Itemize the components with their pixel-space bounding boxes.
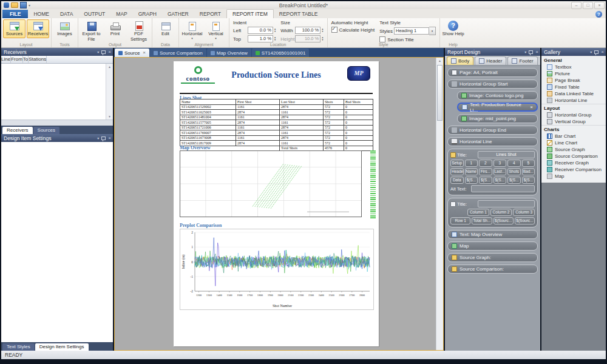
calculate-height-checkbox[interactable]: Calculate Height — [331, 27, 375, 33]
styles-dropdown-icon[interactable]: ▾ — [429, 27, 436, 35]
document-tab[interactable]: Map Overview × — [207, 49, 251, 57]
gallery-item[interactable]: Horizontal Line — [541, 97, 606, 104]
table-data-button[interactable]: $(S... — [465, 177, 478, 184]
report-viewport[interactable]: contoso Production Source Lines MP Lines… — [114, 57, 444, 351]
fixed-table-cell-button[interactable]: $(Sourc... — [493, 217, 514, 224]
scrollbar-thumb[interactable] — [437, 65, 443, 121]
design-item[interactable]: Page: A4, Portrait × — [447, 68, 538, 77]
viewport-scrollbar[interactable]: ▲ — [436, 58, 443, 350]
document-tab[interactable]: Source × — [115, 49, 149, 57]
ribbon-tab[interactable]: REPORT — [194, 10, 226, 18]
design-item[interactable]: Image: Contoso logo.png × — [457, 91, 538, 100]
scroll-up-icon[interactable]: ▲ — [436, 59, 443, 62]
fixed-table-column-button[interactable]: Column 2 — [490, 209, 512, 216]
tab-close-icon[interactable]: × — [143, 50, 146, 55]
fixed-table-column-button[interactable]: Column 3 — [513, 209, 535, 216]
design-item[interactable]: Source Comparison: × — [447, 265, 538, 274]
dock-tab[interactable]: Design Item Settings — [35, 343, 89, 351]
dock-tab[interactable]: Text Styles — [2, 343, 35, 351]
app-icon[interactable] — [4, 2, 9, 8]
fixed-table-title-field[interactable] — [478, 200, 535, 207]
ribbon-tab[interactable]: HOME — [28, 10, 55, 18]
styles-dropdown[interactable]: Heading 1 ▾ — [394, 27, 436, 35]
alt-text-field[interactable] — [471, 185, 535, 192]
receivers-scrollbar[interactable]: ▲ ▼ — [106, 64, 113, 120]
fixed-table-cell-button[interactable]: Total Sh... — [472, 217, 492, 224]
ribbon-tab[interactable]: DATA — [55, 10, 78, 18]
show-help-button[interactable]: ? Show Help — [442, 19, 464, 38]
data-linked-table-block[interactable]: Title: Lines Shot Setup12345 HeaderNameF… — [447, 149, 538, 195]
left-indent-input[interactable]: 0.0 % — [248, 27, 273, 34]
item-close-icon[interactable]: × — [530, 105, 533, 110]
pin-icon[interactable] — [101, 136, 106, 140]
column-header[interactable]: From — [11, 56, 23, 63]
design-item[interactable]: Horizontal Line × — [447, 137, 538, 146]
gallery-item[interactable]: Picture — [541, 70, 606, 77]
panel-menu-icon[interactable]: ▾ — [97, 50, 99, 54]
table-setup-button[interactable]: 2 — [479, 160, 492, 167]
panel-menu-icon[interactable]: ▾ — [97, 136, 99, 140]
vertical-button[interactable]: Vertical ▾ — [205, 19, 227, 41]
column-header[interactable]: To — [23, 56, 29, 63]
gallery-item[interactable]: Data Linked Table — [541, 90, 606, 97]
images-button[interactable]: Images — [53, 19, 76, 38]
ribbon-tab[interactable]: GATHER — [162, 10, 194, 18]
table-header-button[interactable]: Name — [465, 168, 478, 175]
ribbon-tab[interactable]: OUTPUT — [78, 10, 110, 18]
fixed-table-column-button[interactable]: Column 1 — [467, 209, 489, 216]
table-setup-button[interactable]: 4 — [507, 160, 521, 167]
table-setup-button[interactable]: 5 — [522, 160, 535, 167]
fixed-table-block[interactable]: Title: Column 1Column 2Column 3 Row 1Tot… — [447, 198, 538, 228]
pin-icon[interactable] — [529, 50, 533, 54]
report-design-tab[interactable]: Header — [475, 56, 506, 65]
gallery-item[interactable]: Vertical Group — [541, 118, 606, 125]
fixed-table-cell-button[interactable]: Row 1 — [450, 217, 470, 224]
scroll-up-icon[interactable]: ▲ — [106, 65, 113, 69]
gallery-item[interactable]: Bar Chart — [541, 133, 606, 140]
qat-dropdown-icon[interactable]: ▾ — [29, 3, 30, 7]
design-settings-content[interactable] — [1, 142, 113, 342]
gallery-item[interactable]: Page Break — [541, 77, 606, 84]
panel-menu-icon[interactable]: ▾ — [524, 50, 526, 54]
table-title-field[interactable]: Lines Shot — [478, 151, 535, 158]
width-input[interactable]: 100.0 % — [295, 27, 320, 34]
gallery-item[interactable]: Fixed Table — [541, 84, 606, 90]
table-setup-button[interactable]: Setup — [450, 160, 464, 167]
ribbon-tab[interactable]: MAP — [110, 10, 132, 18]
gallery-item[interactable]: Receiver Comparison — [541, 166, 606, 173]
panel-tab[interactable]: Receivers — [2, 127, 33, 134]
print-button[interactable]: Print — [104, 19, 126, 38]
left-indent-stepper[interactable]: ▴▾ — [274, 28, 276, 33]
horizontal-button[interactable]: Horizontal ▾ — [181, 19, 203, 41]
gallery-item[interactable]: Textbox — [541, 64, 606, 70]
restore-button[interactable]: □ — [583, 2, 593, 9]
panel-close-icon[interactable]: × — [535, 50, 538, 55]
table-setup-button[interactable]: 1 — [465, 160, 478, 167]
gallery-item[interactable]: Horizontal Group — [541, 112, 606, 118]
close-button[interactable]: × — [594, 2, 605, 9]
scroll-down-icon[interactable]: ▼ — [106, 115, 113, 118]
receivers-list[interactable]: ▲ ▼ — [1, 64, 113, 120]
table-data-button[interactable]: $(S... — [479, 177, 492, 184]
receivers-button[interactable]: Receivers — [27, 19, 49, 38]
top-indent-input[interactable]: 1.0 % — [248, 35, 273, 42]
table-data-button[interactable]: $(S... — [522, 177, 535, 184]
panel-close-icon[interactable]: × — [108, 50, 111, 55]
document-tab[interactable]: ST14206501001001 × — [252, 49, 310, 57]
help-icon[interactable]: ? — [595, 11, 602, 18]
design-item[interactable]: Horizontal Group Start × — [447, 79, 538, 89]
open-icon[interactable] — [11, 2, 18, 8]
receivers-hscroll[interactable] — [1, 120, 113, 126]
gallery-item[interactable]: Map — [541, 173, 606, 180]
vertical-dropdown-icon[interactable]: ▾ — [215, 37, 217, 39]
column-header[interactable]: Stations — [29, 56, 47, 63]
table-data-button[interactable]: $(S... — [493, 177, 507, 184]
gallery-item[interactable]: Receiver Graph — [541, 160, 606, 166]
ribbon-tab[interactable]: REPORT TABLE — [274, 10, 324, 18]
table-header-button[interactable]: Bad... — [522, 168, 535, 175]
pin-icon[interactable] — [101, 50, 106, 54]
width-stepper[interactable]: ▴▾ — [322, 28, 323, 33]
design-item[interactable]: Image: mid_point.png × — [457, 114, 538, 123]
panel-close-icon[interactable]: × — [108, 136, 111, 141]
gallery-item[interactable]: Source Comparison — [541, 153, 606, 160]
